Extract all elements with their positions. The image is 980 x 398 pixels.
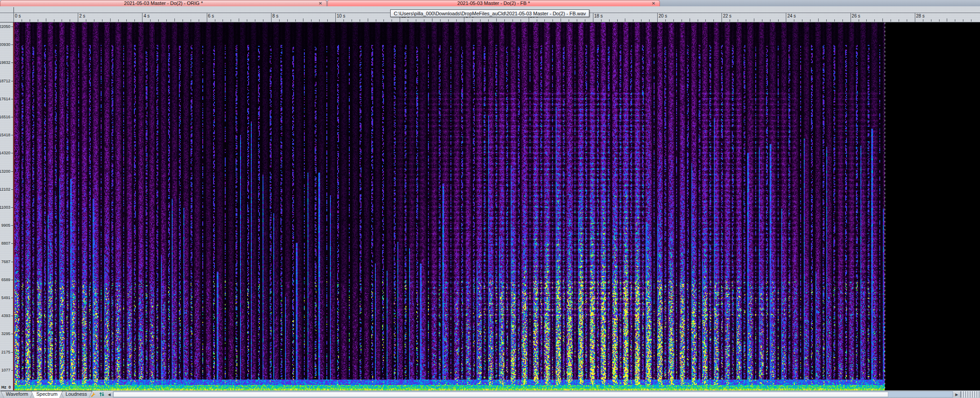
time-tick [360,19,360,22]
time-tick [118,19,119,22]
document-tab-orig[interactable]: 2021-05-03 Master - Do(2) - ORIG * ✕ [0,0,327,6]
scrollbar-thumb[interactable] [113,392,888,397]
time-tick [86,19,86,22]
frequency-tick [11,316,13,316]
time-tick [682,19,682,22]
time-tick-label: 0 s [15,13,21,18]
time-tick [295,19,296,22]
frequency-tick [11,45,13,45]
time-tick [698,19,698,22]
time-tick-label: 24 s [787,13,796,18]
frequency-tick-label: 6589 [1,277,10,282]
time-tick [690,18,690,22]
frequency-tick-label: 22050 [0,24,10,29]
time-tick [416,19,416,22]
ruler-origin-line [13,7,14,13]
time-tick-label: 26 s [852,13,860,18]
time-tick [963,19,963,22]
scroll-right-icon[interactable]: ▶ [953,391,960,398]
time-tick [593,13,593,22]
view-tab-label: Spectrum [31,391,63,398]
horizontal-scrollbar[interactable]: ▶ [113,391,980,398]
time-tick [834,19,835,22]
time-tick-label: 8 s [272,13,278,18]
time-tick [207,13,207,22]
frequency-tick [11,334,13,334]
time-tick [424,19,424,22]
time-tick [842,19,843,22]
time-tick [794,19,794,22]
up-down-arrows-icon[interactable] [98,391,106,398]
frequency-tick-label: 11003 [0,205,10,210]
scrollbar-track[interactable] [113,391,953,398]
view-tab-loudness[interactable]: Loudness [60,391,93,398]
view-tab-label: Waveform [0,391,34,398]
view-tab-label: Loudness [60,391,93,398]
time-tick [649,19,650,22]
time-tick [891,19,891,22]
time-tick [625,18,625,22]
time-tick [215,19,215,22]
time-tick [738,19,738,22]
time-tick [544,19,545,22]
document-tab-fb[interactable]: 2021-05-03 Master - Do(2) - FB * ✕ [327,0,660,6]
time-tick [456,19,457,22]
scroll-left-icon[interactable]: ◀ [106,391,113,398]
time-tick [13,13,14,22]
frequency-unit-label: Hz [1,385,6,389]
frequency-tick-label: 8807 [1,241,10,246]
time-tick [931,19,931,22]
frequency-tick [11,189,13,190]
time-tick [971,19,971,22]
time-tick [30,19,30,22]
frequency-tick-label: 5491 [1,295,10,300]
time-tick [859,19,859,22]
resize-grip[interactable] [960,391,980,398]
time-tick [142,13,143,22]
time-tick [521,19,521,22]
time-tick [62,19,62,22]
time-tick [383,19,384,22]
time-tick [617,19,618,22]
spectrogram-canvas[interactable] [13,22,980,390]
time-tick [496,18,497,22]
frequency-tick-label: 7687 [1,259,10,264]
frequency-tick [11,117,13,117]
time-tick [762,19,762,22]
time-tick [472,19,472,22]
close-icon[interactable]: ✕ [319,0,322,6]
time-tick [537,19,537,22]
frequency-tick-label: 4393 [1,313,10,318]
time-tick [866,19,867,22]
view-tab-spectrum[interactable]: Spectrum [31,391,63,398]
time-tick [585,19,585,22]
frequency-tick-label: 1077 [1,368,10,372]
time-tick [504,19,505,22]
frequency-tick [11,99,13,99]
frequency-tick [11,27,13,27]
time-tick [287,19,288,22]
time-tick [352,19,352,22]
view-tab-set: WaveformSpectrumLoudness [0,391,90,398]
frequency-tick [11,207,13,208]
frequency-tick-label: 3295 [1,331,10,336]
time-tick [754,18,754,22]
time-tick [641,19,641,22]
time-tick [778,19,779,22]
time-tick [271,13,272,22]
time-tick [633,19,633,22]
document-tab-title: 2021-05-03 Master - Do(2) - FB * [328,0,659,6]
time-tick [46,18,46,22]
frequency-tick-label: 13200 [0,169,10,174]
playhead-cursor[interactable] [13,22,14,390]
close-icon[interactable]: ✕ [652,0,655,6]
frequency-tick-label: 9905 [1,223,10,228]
time-tick [255,19,255,22]
time-tick [54,19,54,22]
time-tick [915,13,915,22]
frequency-tick-label: 19832 [0,60,10,65]
time-tick [899,19,899,22]
document-tab-bar: 2021-05-03 Master - Do(2) - ORIG * ✕ 202… [0,0,980,6]
time-tick-label: 4 s [143,13,149,18]
view-tab-waveform[interactable]: Waveform [0,391,34,398]
